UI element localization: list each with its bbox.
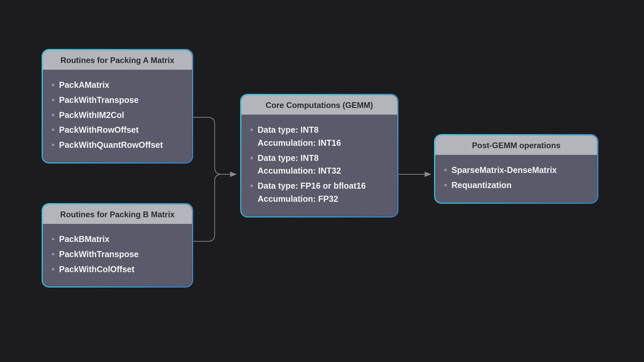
card-post: Post-GEMM operations SparseMatrix-DenseM… (434, 134, 598, 204)
list-item: PackWithRowOffset (51, 123, 184, 136)
list-item: Data type: INT8 Accumulation: INT16 (250, 123, 389, 149)
list-item: PackAMatrix (51, 78, 184, 92)
card-core-title: Core Computations (GEMM) (241, 95, 397, 115)
list-item: PackWithIM2Col (51, 109, 184, 122)
list-item: PackWithQuantRowOffset (51, 138, 184, 152)
list-item: Data type: INT8 Accumulation: INT32 (250, 152, 389, 178)
list-item: SparseMatrix-DenseMatrix (443, 164, 589, 177)
card-pack-a-title: Routines for Packing A Matrix (43, 50, 192, 70)
card-post-title: Post-GEMM operations (435, 135, 597, 155)
list-item: PackWithTranspose (51, 248, 184, 261)
list-item-line2: Accumulation: INT16 (258, 136, 389, 149)
list-item-line1: Data type: INT8 (258, 125, 319, 134)
card-pack-a-list: PackAMatrix PackWithTranspose PackWithIM… (51, 78, 184, 152)
card-pack-b: Routines for Packing B Matrix PackBMatri… (42, 203, 193, 288)
diagram-stage: Routines for Packing A Matrix PackAMatri… (0, 0, 644, 362)
list-item-line1: Data type: INT8 (258, 153, 319, 163)
card-core: Core Computations (GEMM) Data type: INT8… (240, 94, 398, 218)
card-pack-b-title: Routines for Packing B Matrix (43, 204, 192, 224)
list-item: Requantization (443, 179, 589, 192)
list-item-line2: Accumulation: FP32 (258, 192, 389, 205)
list-item-line1: Data type: FP16 or bfloat16 (258, 181, 366, 190)
list-item: PackWithTranspose (51, 94, 184, 107)
connector-packB-to-core (193, 174, 221, 241)
list-item: Data type: FP16 or bfloat16 Accumulation… (250, 179, 389, 205)
list-item-line2: Accumulation: INT32 (258, 164, 389, 177)
list-item: PackBMatrix (51, 233, 184, 246)
card-core-list: Data type: INT8 Accumulation: INT16 Data… (250, 123, 389, 205)
list-item: PackWithColOffset (51, 263, 184, 276)
card-pack-b-list: PackBMatrix PackWithTranspose PackWithCo… (51, 233, 184, 276)
card-post-list: SparseMatrix-DenseMatrix Requantization (443, 164, 589, 192)
card-pack-a: Routines for Packing A Matrix PackAMatri… (42, 49, 193, 164)
connector-packA-to-core (193, 117, 236, 174)
